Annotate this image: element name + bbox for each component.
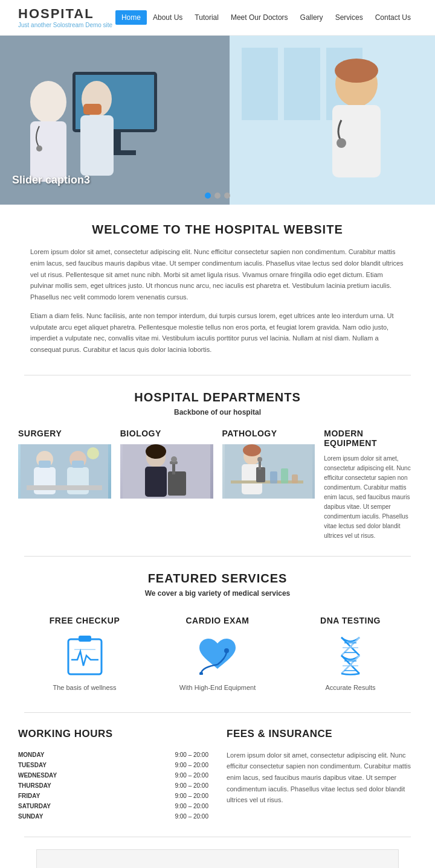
welcome-para1: Lorem ipsum dolor sit amet, consectetur … (30, 246, 405, 302)
svg-point-51 (224, 648, 229, 653)
svg-rect-2 (284, 48, 320, 120)
nav-contact[interactable]: Contact Us (369, 10, 417, 25)
hours-day: TUESDAY (18, 762, 47, 768)
svg-rect-40 (270, 471, 277, 483)
dept-surgery: SURGERY (18, 429, 111, 499)
dot-2[interactable] (214, 193, 221, 199)
logo-title: HOSPITAL (18, 6, 112, 22)
dept-pathology: PATHOLOGY (222, 429, 315, 499)
departments-subtitle: Backbone of our hospital (18, 408, 417, 416)
hours-row: SUNDAY9:00 – 20:00 (18, 811, 208, 822)
dept-biology-img (120, 444, 213, 499)
checkup-svg (65, 634, 105, 677)
services-grid: FREE CHECKUP The basis of wellness CARDI… (18, 610, 417, 697)
hours-day: THURSDAY (18, 782, 51, 789)
svg-point-6 (337, 138, 346, 148)
info-section: WORKING HOURS MONDAY9:00 – 20:00TUESDAY9… (0, 713, 435, 837)
hours-row: THURSDAY9:00 – 20:00 (18, 780, 208, 791)
dept-surgery-img (18, 444, 111, 499)
working-hours: WORKING HOURS MONDAY9:00 – 20:00TUESDAY9… (18, 728, 208, 822)
svg-rect-14 (30, 121, 66, 182)
nav-about[interactable]: About Us (147, 10, 188, 25)
hours-day: SATURDAY (18, 803, 51, 809)
svg-rect-24 (39, 461, 51, 468)
cardio-icon (196, 634, 239, 677)
hours-time: 9:00 – 20:00 (175, 813, 208, 820)
dot-1[interactable] (205, 193, 211, 199)
logo-subtitle: Just another Solostream Demo site (18, 22, 112, 29)
services-subtitle: We cover a big variety of medical servic… (18, 589, 417, 598)
svg-rect-18 (83, 104, 102, 115)
hours-row: MONDAY9:00 – 20:00 (18, 750, 208, 760)
hours-day: MONDAY (18, 752, 45, 758)
svg-point-45 (257, 457, 262, 462)
working-hours-title: WORKING HOURS (18, 728, 208, 740)
appointment-wrapper: Fix an appointment REQUEST 👍 (0, 837, 435, 868)
departments-title: HOSPITAL DEPARTMENTS (18, 391, 417, 404)
svg-rect-16 (80, 115, 114, 176)
hours-time: 9:00 – 20:00 (175, 762, 208, 768)
svg-rect-31 (168, 471, 186, 496)
checkup-icon (63, 634, 106, 677)
hero-caption: Slider caption3 (12, 174, 90, 187)
service-checkup-desc: The basis of wellness (24, 684, 145, 691)
logo-area: HOSPITAL Just another Solostream Demo si… (18, 6, 112, 29)
hours-time: 9:00 – 20:00 (175, 803, 208, 809)
hours-time: 9:00 – 20:00 (175, 782, 208, 789)
svg-point-50 (199, 672, 203, 675)
svg-rect-42 (292, 474, 298, 483)
dept-biology-title: BIOLOGY (120, 429, 213, 438)
hero-slider: Slider caption3 (0, 36, 435, 205)
service-checkup: FREE CHECKUP The basis of wellness (18, 610, 151, 697)
nav-services[interactable]: Services (329, 10, 369, 25)
svg-rect-48 (79, 636, 91, 642)
services-section: FEATURED SERVICES We cover a big variety… (0, 557, 435, 712)
hours-day: FRIDAY (18, 793, 40, 799)
svg-rect-41 (281, 468, 288, 483)
hero-dots (205, 193, 230, 199)
dot-3[interactable] (224, 193, 230, 199)
service-dna: DNA TESTING (284, 610, 417, 697)
svg-point-35 (146, 444, 166, 459)
svg-rect-21 (34, 467, 56, 494)
hours-row: TUESDAY9:00 – 20:00 (18, 760, 208, 770)
header: HOSPITAL Just another Solostream Demo si… (0, 0, 435, 36)
dept-pathology-img (222, 444, 315, 499)
svg-point-13 (30, 81, 66, 123)
svg-rect-36 (225, 444, 312, 499)
hours-day: WEDNESDAY (18, 772, 57, 779)
hours-time: 9:00 – 20:00 (175, 793, 208, 799)
svg-rect-25 (72, 461, 84, 468)
biology-illustration (123, 444, 210, 499)
nav-tutorial[interactable]: Tutorial (188, 10, 225, 25)
surgery-illustration (21, 444, 108, 499)
service-checkup-title: FREE CHECKUP (24, 616, 145, 625)
hero-bg-right (230, 36, 435, 205)
nav-home[interactable]: Home (115, 10, 147, 25)
welcome-section: WELCOME TO THE HOSPITAL WEBSITE Lorem ip… (0, 205, 435, 374)
svg-point-27 (87, 447, 99, 459)
svg-rect-26 (27, 485, 102, 490)
dept-biology: BIOLOGY (120, 429, 213, 499)
nav-doctors[interactable]: Meet Our Doctors (225, 10, 294, 25)
cardio-svg (196, 636, 239, 675)
fees-text: Lorem ipsum dolor sit amet, consectetur … (227, 750, 417, 806)
welcome-para2: Etiam a diam felis. Nunc facilisis, ante… (30, 310, 405, 356)
hours-rows: MONDAY9:00 – 20:00TUESDAY9:00 – 20:00WED… (18, 750, 208, 822)
nav-gallery[interactable]: Gallery (294, 10, 329, 25)
service-cardio: CARDIO EXAM With High-End Equipment (151, 610, 284, 697)
dept-equipment-desc: Lorem ipsum dolor sit amet, consectetur … (324, 454, 417, 541)
hours-time: 9:00 – 20:00 (175, 752, 208, 758)
svg-point-46 (243, 444, 261, 456)
dna-svg (335, 634, 366, 677)
main-nav: Home About Us Tutorial Meet Our Doctors … (115, 10, 417, 25)
pathology-illustration (225, 444, 312, 499)
hours-row: FRIDAY9:00 – 20:00 (18, 791, 208, 801)
dept-equipment-title: MODERN EQUIPMENT (324, 429, 417, 448)
appointment-section: Fix an appointment REQUEST 👍 (36, 849, 399, 868)
svg-rect-47 (68, 639, 102, 674)
svg-rect-1 (242, 48, 278, 120)
service-dna-title: DNA TESTING (290, 616, 411, 625)
service-dna-desc: Accurate Results (290, 684, 411, 691)
dept-equipment: MODERN EQUIPMENT Lorem ipsum dolor sit a… (324, 429, 417, 541)
